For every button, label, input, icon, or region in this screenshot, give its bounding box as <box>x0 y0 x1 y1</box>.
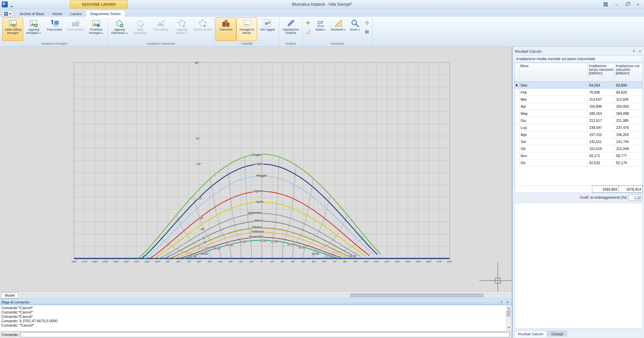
immagini-di-sfondo-button[interactable]: Immagini di sfondo <box>236 17 257 41</box>
total-senza-ostruzioni: 1583,904 <box>592 186 619 193</box>
pan-button[interactable] <box>363 19 371 27</box>
bring-forward-icon <box>50 19 59 28</box>
cell-con: 211,385 <box>615 117 643 124</box>
table-row[interactable]: Ago197,210196,263 <box>515 131 643 138</box>
cell-mese: Mar <box>519 96 588 103</box>
layers-button[interactable] <box>363 28 371 36</box>
button-label: Strumenti <box>331 28 346 32</box>
svg-text:120°: 120° <box>384 260 390 263</box>
application-menu-button[interactable] <box>2 10 14 17</box>
column-header-senza[interactable]: Irradiazione senza ostruzioni [kWh/m²] <box>588 63 615 82</box>
solar-diagram[interactable]: -180°-170°-160°-150°-140°-130°-120°-110°… <box>0 47 512 291</box>
column-header-mese[interactable]: Mese <box>519 63 588 82</box>
aggiungi-ostruzione-button[interactable]: Aggiungi Ostruzione <box>109 17 130 41</box>
tab-risultati-calcolo[interactable]: Risultati Calcolo <box>514 331 547 337</box>
svg-text:-90°: -90° <box>165 260 170 263</box>
table-row[interactable]: Feb70,00669,620 <box>515 89 643 96</box>
svg-text:10°: 10° <box>205 247 209 250</box>
scrollbar-thumb[interactable] <box>507 310 510 317</box>
porta-avanti-button[interactable]: Porta avanti <box>44 17 65 41</box>
send-backward-icon <box>71 19 80 28</box>
scrollbar-thumb[interactable] <box>350 294 483 297</box>
close-panel-button[interactable] <box>637 49 642 54</box>
aggiungi-immagine-button[interactable]: Aggiungi immagine <box>23 17 44 41</box>
svg-text:-40°: -40° <box>217 260 223 263</box>
svg-text:-20°: -20° <box>239 260 244 263</box>
command-line: Comando:*Cancel* <box>1 310 505 315</box>
horizontal-scrollbar[interactable] <box>21 293 511 298</box>
aggiungi-vertice-button: Aggiungi vertice <box>171 17 192 41</box>
svg-text:-60°: -60° <box>197 260 202 263</box>
scroll-up-arrow[interactable] <box>508 307 510 309</box>
close-button[interactable]: × <box>633 1 643 8</box>
group-label: Visibilità <box>215 41 278 46</box>
table-row[interactable]: Gen54,25453,894 <box>515 82 643 89</box>
vertex-add-icon <box>177 19 186 28</box>
row-selector <box>515 152 519 159</box>
tools-icon <box>334 19 343 28</box>
svg-text:08:00: 08:00 <box>200 252 208 255</box>
screen-layout-button[interactable] <box>601 1 610 8</box>
tab-diagramma-solare[interactable]: Diagramma Solare <box>86 10 125 17</box>
tab-model[interactable]: Model <box>1 292 18 298</box>
close-panel-button[interactable] <box>505 300 510 304</box>
restore-button[interactable] <box>622 1 632 8</box>
cell-con: 53,894 <box>615 82 643 89</box>
cell-senza: 142,511 <box>588 138 615 145</box>
ostruzioni-visibility-button[interactable]: Ostruzioni <box>215 17 236 41</box>
svg-text:10:00: 10:00 <box>226 243 233 247</box>
cell-con: 113,926 <box>615 96 643 103</box>
table-row[interactable]: Lug238,547237,476 <box>515 124 643 131</box>
svg-text:90°: 90° <box>354 260 358 263</box>
table-body: Gen54,25453,894Feb70,00669,620Mar114,537… <box>515 82 643 166</box>
column-header-con[interactable]: Irradiazione con ostruzioni [kWh/m²] <box>615 63 643 82</box>
tab-lavoro[interactable]: Lavoro <box>66 10 86 17</box>
zoom-button[interactable]: Zoom <box>347 17 363 41</box>
table-row[interactable]: Ott101,619101,049 <box>515 145 643 152</box>
table-row[interactable]: Nov59,17158,777 <box>515 152 643 159</box>
impostazioni-grafiche-button[interactable]: Impostazioni Grafiche <box>280 17 301 41</box>
table-row[interactable]: Set142,511141,744 <box>515 138 643 145</box>
cell-con: 237,476 <box>615 124 643 131</box>
table-row[interactable]: Mar114,537113,926 <box>515 96 643 103</box>
abilita-editing-immagini-button[interactable]: Abilita editing immagini <box>2 17 23 41</box>
svg-text:20°: 20° <box>281 260 285 263</box>
table-row[interactable]: Mag185,154184,098 <box>515 110 643 117</box>
command-input[interactable] <box>21 332 510 337</box>
tab-home[interactable]: Home <box>48 10 66 17</box>
altri-oggetti-button[interactable]: Altri Oggetti <box>257 17 278 41</box>
table-row[interactable]: Dic52,53252,179 <box>515 159 643 166</box>
pin-button[interactable] <box>499 300 504 304</box>
drawing-tools-button[interactable] <box>304 28 312 36</box>
group-label: Gestione Immagini <box>2 41 107 46</box>
results-table: Mese Irradiazione senza ostruzioni [kWh/… <box>514 63 643 193</box>
posiziona-immagini-button[interactable]: Posiziona immagini <box>86 17 107 41</box>
svg-text:-50°: -50° <box>207 260 212 263</box>
table-row[interactable]: Apr155,846155,003 <box>515 103 643 110</box>
snap-button[interactable] <box>304 19 312 27</box>
drawing-canvas[interactable]: -180°-170°-160°-150°-140°-130°-120°-110°… <box>0 47 512 291</box>
button-label: Entità <box>316 28 326 32</box>
cell-con: 101,049 <box>615 145 643 152</box>
shading-coefficient-value: 1,32 <box>628 195 642 200</box>
pin-button[interactable] <box>631 49 636 54</box>
grid-icon <box>604 2 608 6</box>
svg-text:30°: 30° <box>202 236 206 240</box>
shading-coefficient-label: Coeff. di ombreggiamento [%] <box>580 195 627 199</box>
svg-text:18:00: 18:00 <box>349 254 356 258</box>
cell-mese: Nov <box>519 152 588 159</box>
table-row[interactable]: Giu212,517211,385 <box>515 117 643 124</box>
svg-text:Febbraio: Febbraio <box>251 230 264 233</box>
strumenti-button[interactable]: Strumenti <box>329 17 347 41</box>
command-input-row: Comando: <box>0 331 512 338</box>
tab-dettagli[interactable]: Dettagli <box>548 331 567 337</box>
button-label: Edita Ostruzione <box>130 28 150 35</box>
group-gestione-ostruzioni: Aggiungi Ostruzione Edita Ostruzione Fin… <box>108 17 214 46</box>
svg-text:Maggio: Maggio <box>256 174 267 177</box>
scroll-down-arrow[interactable] <box>508 327 510 329</box>
vertical-scrollbar[interactable] <box>506 306 511 330</box>
minimize-button[interactable]: – <box>612 1 621 8</box>
entita-button[interactable]: Entità <box>312 17 329 41</box>
button-label: Aggiungi Ostruzione <box>110 28 129 35</box>
tab-archivi-di-base[interactable]: Archivi di Base <box>16 10 48 17</box>
